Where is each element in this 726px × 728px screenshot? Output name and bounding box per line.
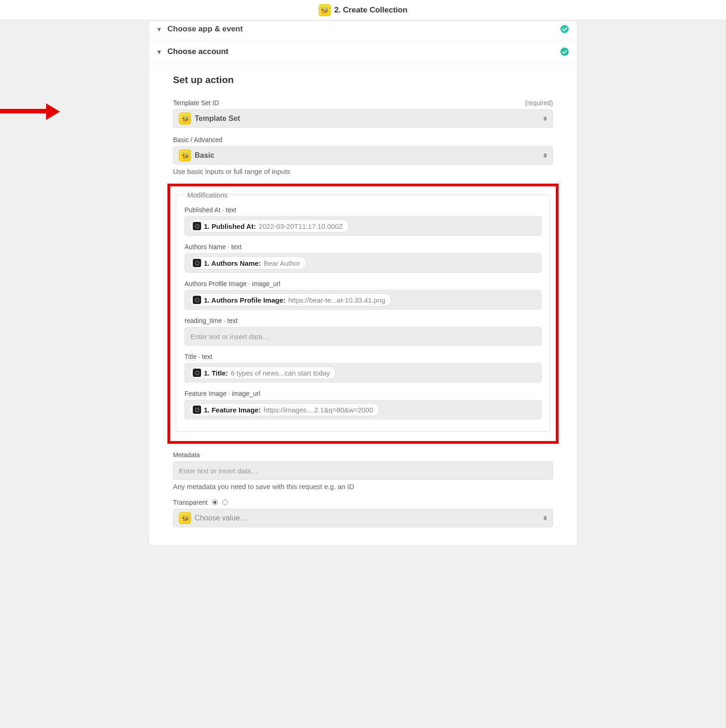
field-label: Metadata: [173, 451, 200, 459]
field-label: Template Set ID: [173, 99, 219, 107]
data-chip[interactable]: 1. Feature Image: https://images....2.1&…: [190, 403, 379, 416]
radio-option-2[interactable]: [222, 500, 228, 505]
chip-value: Bear Author: [264, 259, 300, 267]
data-chip[interactable]: 1. Authors Name: Bear Author: [190, 257, 306, 269]
mod-label: Authors Name · text: [184, 243, 542, 251]
updown-icon: [543, 516, 547, 521]
field-metadata: Metadata Enter text or insert data… Any …: [173, 451, 553, 490]
chevron-down-icon: ▾: [157, 48, 161, 56]
placeholder: Enter text or insert data…: [190, 333, 269, 340]
mod-input[interactable]: 1. Feature Image: https://images....2.1&…: [184, 400, 542, 419]
helper-text: Any metadata you need to save with this …: [173, 483, 553, 490]
field-label: Basic / Advanced: [173, 136, 222, 143]
chip-prefix: 1. Authors Profile Image:: [204, 296, 286, 304]
modification-field: Authors Name · text1. Authors Name: Bear…: [184, 243, 542, 273]
chip-prefix: 1. Published At:: [204, 222, 256, 230]
step-title: 2. Create Collection: [334, 6, 408, 15]
data-chip[interactable]: 1. Authors Profile Image: https://bear-t…: [190, 293, 391, 306]
chip-prefix: 1. Authors Name:: [204, 259, 261, 267]
field-template-set: Template Set ID (required) 🐝 Template Se…: [173, 99, 553, 128]
app-icon: 🐝: [179, 149, 191, 161]
section-label: Choose app & event: [167, 24, 560, 34]
annotation-highlight: Modifications Published At · text1. Publ…: [167, 184, 559, 444]
required-tag: (required): [525, 99, 553, 107]
chevron-down-icon: ▾: [157, 25, 161, 34]
source-step-icon: [193, 296, 201, 304]
modification-field: reading_time · textEnter text or insert …: [184, 317, 542, 346]
source-step-icon: [193, 406, 201, 414]
modification-field: Title · text1. Title: 6 types of news...…: [184, 353, 542, 382]
field-basic-advanced: Basic / Advanced 🐝 Basic Use basic input…: [173, 136, 553, 175]
field-label: Transparent: [173, 499, 208, 506]
chip-value: https://images....2.1&q=80&w=2000: [263, 406, 373, 414]
check-icon: [560, 48, 569, 56]
app-icon: 🐝: [179, 512, 191, 524]
mod-label: Title · text: [184, 353, 542, 360]
field-transparent: Transparent 🐝 Choose value…: [173, 499, 553, 527]
step-panel: ▾ Choose app & event ▾ Choose account Se…: [149, 20, 577, 546]
check-icon: [560, 25, 569, 33]
mod-label: Authors Profile Image · image_url: [184, 280, 542, 287]
modifications-fieldset: Modifications Published At · text1. Publ…: [176, 191, 550, 432]
radio-option-1[interactable]: [212, 500, 218, 505]
mod-input[interactable]: 1. Published At: 2022-03-20T11:17:10.000…: [184, 216, 542, 236]
section-choose-account[interactable]: ▾ Choose account: [149, 41, 577, 63]
source-step-icon: [193, 259, 201, 267]
metadata-input[interactable]: Enter text or insert data…: [173, 461, 553, 480]
section-setup-action: Set up action Template Set ID (required)…: [149, 63, 577, 546]
mod-input[interactable]: 1. Authors Name: Bear Author: [184, 253, 542, 273]
setup-heading: Set up action: [173, 74, 553, 85]
select-value: Template Set: [195, 114, 240, 123]
chip-prefix: 1. Feature Image:: [204, 406, 261, 414]
updown-icon: [543, 153, 547, 158]
template-set-select[interactable]: 🐝 Template Set: [173, 109, 553, 128]
chip-value: https://bear-te...at-10.33.41.png: [288, 296, 385, 304]
modification-field: Published At · text1. Published At: 2022…: [184, 206, 542, 236]
data-chip[interactable]: 1. Published At: 2022-03-20T11:17:10.000…: [190, 220, 349, 233]
data-chip[interactable]: 1. Title: 6 types of news...can start to…: [190, 366, 336, 379]
source-step-icon: [193, 369, 201, 377]
step-header: 🐝 2. Create Collection: [0, 0, 726, 20]
mod-input[interactable]: 1. Authors Profile Image: https://bear-t…: [184, 290, 542, 310]
transparent-select[interactable]: 🐝 Choose value…: [173, 509, 553, 527]
modification-field: Feature Image · image_url1. Feature Imag…: [184, 390, 542, 419]
chip-value: 6 types of news...can start today: [231, 369, 330, 377]
basic-advanced-select[interactable]: 🐝 Basic: [173, 146, 553, 165]
placeholder: Enter text or insert data…: [178, 467, 258, 475]
mod-label: Published At · text: [184, 206, 542, 214]
source-step-icon: [193, 222, 201, 230]
mod-input[interactable]: Enter text or insert data…: [184, 327, 542, 346]
modification-field: Authors Profile Image · image_url1. Auth…: [184, 280, 542, 310]
mod-label: Feature Image · image_url: [184, 390, 542, 397]
chip-prefix: 1. Title:: [204, 369, 228, 377]
section-choose-app[interactable]: ▾ Choose app & event: [149, 20, 577, 41]
updown-icon: [543, 116, 547, 121]
helper-text: Use basic inputs or full range of inputs: [173, 167, 553, 175]
select-placeholder: Choose value…: [195, 514, 247, 522]
chip-value: 2022-03-20T11:17:10.000Z: [259, 222, 343, 230]
app-icon: 🐝: [319, 4, 331, 16]
app-icon: 🐝: [179, 113, 191, 125]
select-value: Basic: [195, 151, 214, 160]
mod-label: reading_time · text: [184, 317, 542, 324]
mod-input[interactable]: 1. Title: 6 types of news...can start to…: [184, 363, 542, 382]
modifications-legend: Modifications: [184, 191, 231, 199]
section-label: Choose account: [167, 47, 560, 56]
